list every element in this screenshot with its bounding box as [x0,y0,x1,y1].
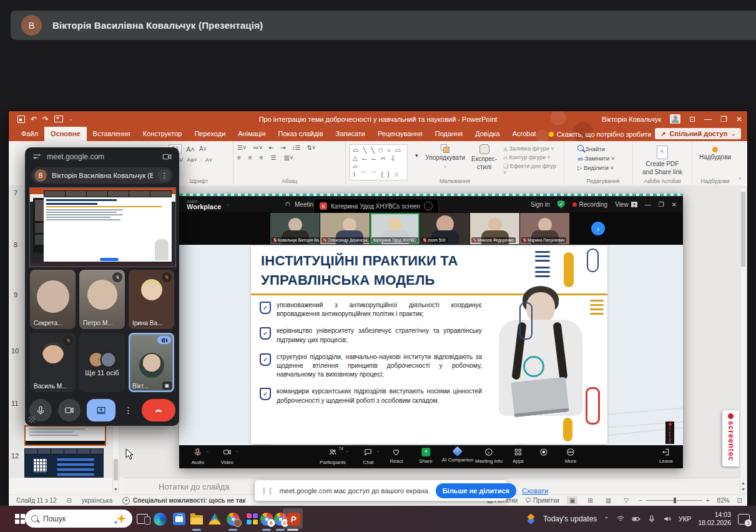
next-participants-icon[interactable]: › [591,222,605,235]
participant-tile[interactable]: Ковальчук Вікторія Ва... [270,213,320,244]
weather-updates-icon[interactable] [526,514,536,525]
participant-tile[interactable]: Олександр Деренськ... [320,213,370,244]
sign-in-link[interactable]: Sign in [531,201,550,208]
collapse-ribbon-icon[interactable]: ⌃ [737,177,742,183]
tab-review[interactable]: Рецензування [371,127,429,141]
task-view-button[interactable] [135,511,150,526]
store-icon[interactable] [172,511,187,526]
find-button[interactable]: Знайти [577,145,629,152]
video-button[interactable]: ⌃ Video [221,448,233,465]
shrink-font-icon[interactable]: A˅ [199,145,207,152]
tab-help[interactable]: Довідка [469,127,506,141]
mic-tray-icon[interactable] [647,515,656,523]
tab-home[interactable]: Основне [44,127,87,141]
comments-toggle[interactable]: 🗩 Примітки [525,497,559,504]
participant-tile[interactable]: Секрета... [30,270,76,329]
leave-button[interactable]: Leave [659,448,673,464]
reading-view-icon[interactable]: ▥ [603,496,614,505]
start-slideshow-icon[interactable] [54,116,63,122]
screen-share-preview[interactable] [29,187,176,267]
options-menu-icon[interactable]: ⋮ [158,169,170,182]
participant-tile[interactable]: Микола Федоренко [470,213,519,244]
audio-button[interactable]: ⌃ Audio [192,448,204,465]
tab-insert[interactable]: Вставлення [87,127,137,141]
change-case-icon[interactable]: Aa˅ [187,157,197,163]
present-button-active[interactable] [87,399,115,421]
undo-icon[interactable]: ↶ [31,115,37,124]
slideshow-icon[interactable]: ▽ [621,496,631,505]
participants-button[interactable]: 74⌃ Participants [320,448,346,465]
grow-font-icon[interactable]: A˄ [186,145,195,153]
decrease-indent-icon[interactable]: ⇤ [269,144,274,151]
start-button[interactable] [15,514,25,524]
chrome-icon[interactable]: B [259,511,274,526]
tab-design[interactable]: Конструктор [137,127,189,141]
file-explorer-icon[interactable] [189,511,204,526]
more-participants-tile[interactable]: Ще 11 осіб [79,333,125,392]
text-direction-icon[interactable]: ⇅˅ [307,144,315,151]
slide-11-thumbnail-selected[interactable] [24,425,106,446]
shape-effects-button[interactable]: ❏ Ефекти для фігур ˅ [503,163,560,175]
speaker-icon[interactable] [663,515,672,523]
self-tile-speaking[interactable]: ▣ Вікт... [129,333,174,392]
language-indicator[interactable]: українська [82,497,112,504]
record-button[interactable] [539,448,548,458]
hide-link[interactable]: Сховати [522,487,548,495]
scroll-down-icon[interactable]: ▼ [113,487,119,491]
columns-icon[interactable]: ▥˅ [284,154,293,161]
slide-sorter-icon[interactable]: ⊞ [585,496,595,505]
quick-styles-button[interactable]: Експрес- стилі [471,144,497,170]
zoom-minimize-button[interactable]: — [645,201,651,208]
arrange-button[interactable]: Упорядкувати⌄ [425,144,465,169]
view-button[interactable]: View [615,201,637,208]
replace-button[interactable]: ab Замінити ˅ [577,155,629,162]
tab-file[interactable]: Файл [15,127,44,141]
clipchamp-icon[interactable] [245,511,260,526]
shape-fill-button[interactable]: ◬ Заливка фігури ˅ [503,145,560,152]
tell-me-box[interactable]: Скажіть, що потрібно зробити [542,127,658,141]
display-settings-icon[interactable]: ⊟ [66,497,71,504]
tab-animations[interactable]: Анімація [232,127,272,141]
align-left-icon[interactable]: ≡ [237,154,241,161]
search-box[interactable]: Пошук [25,510,132,528]
share-button[interactable]: ↗ Спільний доступ ⌄ [655,128,741,139]
resize-handle[interactable] [29,416,35,423]
meeting-tab[interactable]: ⛫ Meeting [285,201,317,208]
edge-icon[interactable] [152,511,167,526]
participant-tile-speaking[interactable]: Катерина Удод ХНУВС [370,213,420,244]
numbering-icon[interactable]: ≔˅ [253,144,263,151]
zoom-slider[interactable]: −+ [639,497,710,504]
participant-tile[interactable]: Марина Патрілевич [520,213,569,244]
shapes-more-icon[interactable]: ▼ [414,153,419,159]
more-options-icon[interactable]: ⋮ [122,399,135,421]
justify-icon[interactable]: ☰ [271,154,277,161]
shared-screen-tab[interactable]: К Катерина Удод ХНУВСs screen … [313,199,439,213]
participant-tile[interactable]: Ірина Ва... [129,270,174,329]
increase-indent-icon[interactable]: ⇥ [280,144,285,151]
clock[interactable]: 14:03 18.02.2026 [698,511,731,527]
main-scrollbar[interactable]: ▲ ▼ [740,187,747,493]
stop-sharing-button[interactable]: Більше не ділитися [436,483,516,498]
brand-dropdown-icon[interactable]: ⌄ [226,202,230,207]
minimize-button[interactable]: — [704,115,712,124]
ribbon-display-icon[interactable]: ⊡ [689,115,695,124]
scroll-up-icon[interactable]: ▲ [740,481,746,485]
battery-icon[interactable] [632,515,641,523]
chrome-profile-icon[interactable] [225,511,240,526]
close-button[interactable]: ✕ [736,115,742,124]
align-center-icon[interactable]: ≡ [248,154,252,161]
ai-companion-button[interactable]: AI Companion [442,448,474,463]
shapes-gallery[interactable]: ▭ ╲ ╲ □ ○ ▭△ ⌙ ⌙ ⇨ ⇩ ▱⌇ ⌒ ⌒ { } ☆ [350,144,408,180]
create-pdf-button[interactable]: Create PDF and Share link [637,145,688,175]
hidden-icons-chevron[interactable]: ⌃ [604,516,609,523]
tab-view[interactable]: Подання [429,127,469,141]
zoom-close-button[interactable]: ✕ [672,201,677,208]
security-shield-icon[interactable]: ✓ [557,200,565,209]
restore-button[interactable]: ❐ [720,115,727,124]
participant-tile[interactable]: Василь М... [30,333,76,392]
wifi-icon[interactable] [616,515,625,523]
notification-center-icon[interactable]: 1 [738,514,750,525]
zoom-percentage[interactable]: 82% [717,497,730,504]
slide-12-thumbnail[interactable] [24,448,104,478]
save-icon[interactable] [17,116,25,123]
